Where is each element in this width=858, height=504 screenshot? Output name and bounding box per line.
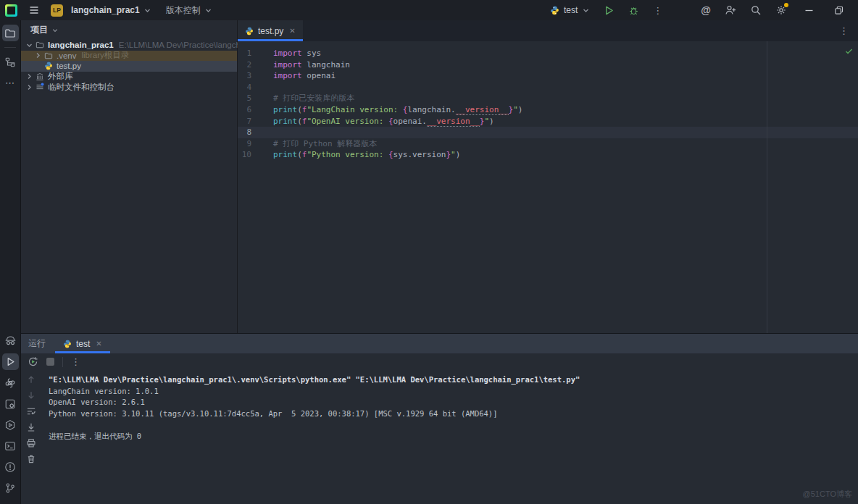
- project-name: langchain_prac1: [71, 5, 140, 15]
- close-icon[interactable]: ✕: [289, 27, 295, 35]
- ai-assistant-icon[interactable]: @: [701, 4, 711, 16]
- strip-divider: [4, 47, 16, 48]
- project-panel-title: 项目: [30, 24, 48, 36]
- console-output: "E:\LLM\LMA Dev\Practice\langchain_prac1…: [41, 370, 858, 504]
- incognito-tool-button[interactable]: [2, 332, 19, 349]
- tab-options-kebab[interactable]: ⋮: [839, 26, 858, 35]
- python-icon: [43, 62, 54, 70]
- tree-label: 外部库: [48, 71, 73, 82]
- minimize-button[interactable]: [801, 2, 817, 18]
- toolbar-divider: [62, 357, 63, 367]
- run-tab-label: test: [76, 339, 90, 349]
- terminal-tool-button[interactable]: [2, 437, 19, 454]
- python-icon: [550, 6, 559, 15]
- prev-occurrence-icon[interactable]: [26, 374, 36, 385]
- main-menu-button[interactable]: [25, 1, 43, 19]
- run-options-kebab[interactable]: ⋮: [71, 357, 80, 366]
- tree-row-3[interactable]: 外部库: [21, 72, 237, 83]
- more-tool-windows-button[interactable]: ⋯: [2, 75, 19, 91]
- stop-button[interactable]: [46, 358, 54, 366]
- editor-tab-bar: test.py ✕ ⋮: [238, 20, 858, 41]
- soft-wrap-icon[interactable]: [26, 406, 36, 416]
- folder-icon: [43, 51, 54, 60]
- chevron-down-icon[interactable]: [25, 41, 34, 49]
- chevron-down-icon: [582, 7, 590, 14]
- run-panel-header: 运行 test ✕: [21, 334, 858, 353]
- inspections-ok-check-icon[interactable]: [844, 46, 854, 56]
- python-packages-tool-button[interactable]: [2, 374, 19, 391]
- pycharm-logo-icon: [5, 4, 17, 17]
- project-tool-button[interactable]: [2, 25, 19, 41]
- more-actions-kebab[interactable]: ⋮: [653, 6, 662, 15]
- tree-row-2[interactable]: test.py: [21, 61, 237, 72]
- tree-row-4[interactable]: 临时文件和控制台: [21, 82, 237, 93]
- tree-suffix: library根目录: [82, 50, 130, 61]
- run-tool-button[interactable]: [2, 353, 19, 370]
- tree-label: 临时文件和控制台: [48, 82, 114, 93]
- project-avatar[interactable]: LP: [51, 4, 63, 17]
- vcs-widget[interactable]: 版本控制: [166, 4, 212, 17]
- editor-area: test.py ✕ ⋮ 12345678910 import sysimport…: [238, 20, 858, 333]
- tool-window-strip: ⋯: [0, 20, 21, 504]
- titlebar: LP langchain_prac1 版本控制 test: [0, 0, 858, 20]
- chevron-down-icon: [143, 7, 151, 14]
- debug-button[interactable]: [628, 5, 639, 16]
- pycharm-window: LP langchain_prac1 版本控制 test: [0, 0, 858, 504]
- print-icon[interactable]: [26, 438, 36, 448]
- structure-tool-button[interactable]: [2, 54, 19, 70]
- scroll-to-end-icon[interactable]: [26, 422, 36, 432]
- tab-test-py[interactable]: test.py ✕: [238, 20, 303, 41]
- project-panel: 项目 langchain_prac1E:\LLM\LMA Dev\Practic…: [21, 20, 238, 333]
- code-editor[interactable]: 12345678910 import sysimport langchainim…: [238, 41, 858, 333]
- run-tool-window: 运行 test ✕ ⋮: [21, 333, 858, 504]
- services-tool-button[interactable]: [2, 395, 19, 412]
- project-tree: langchain_prac1E:\LLM\LMA Dev\Practice\l…: [21, 40, 237, 93]
- tab-label: test.py: [258, 26, 283, 36]
- chevron-right-icon[interactable]: [25, 83, 34, 91]
- code-lines: import sysimport langchainimport openai#…: [273, 41, 858, 333]
- run-panel-title: 运行: [21, 337, 55, 350]
- chevron-right-icon[interactable]: [33, 51, 43, 59]
- run-hexagon-tool-button[interactable]: [2, 416, 19, 433]
- close-icon[interactable]: ✕: [96, 340, 101, 348]
- chevron-down-icon: [51, 27, 59, 34]
- version-control-tool-button[interactable]: [2, 479, 19, 496]
- scratches-icon: [34, 83, 46, 91]
- watermark: @51CTO博客: [803, 489, 852, 500]
- tree-label: langchain_prac1: [48, 41, 114, 49]
- next-occurrence-icon[interactable]: [26, 390, 36, 400]
- tree-label: .venv: [57, 51, 77, 60]
- editor-gutter[interactable]: 12345678910: [238, 41, 273, 333]
- problems-tool-button[interactable]: [2, 458, 19, 475]
- run-button[interactable]: [604, 5, 615, 16]
- settings-notification-badge: [784, 3, 788, 7]
- tree-row-0[interactable]: langchain_prac1E:\LLM\LMA Dev\Practice\l…: [21, 40, 237, 51]
- python-icon: [63, 340, 72, 348]
- run-config-selector[interactable]: test: [550, 5, 590, 15]
- run-body: "E:\LLM\LMA Dev\Practice\langchain_prac1…: [21, 370, 858, 504]
- run-config-name: test: [564, 5, 578, 15]
- code-with-me-icon[interactable]: [725, 4, 736, 16]
- run-tab-test[interactable]: test ✕: [55, 334, 110, 353]
- run-toolbar: ⋮: [21, 353, 858, 370]
- folder-icon: [34, 41, 46, 49]
- tree-row-1[interactable]: .venvlibrary根目录: [21, 51, 237, 62]
- python-icon: [245, 27, 254, 35]
- library-icon: [34, 72, 46, 81]
- project-panel-header[interactable]: 项目: [21, 20, 237, 40]
- vcs-label: 版本控制: [166, 4, 201, 17]
- console-toolbar: [21, 370, 41, 504]
- chevron-right-icon[interactable]: [25, 72, 34, 80]
- tree-label: test.py: [57, 62, 81, 70]
- chevron-down-icon: [204, 7, 212, 14]
- clear-console-icon[interactable]: [26, 454, 36, 464]
- search-everywhere-icon[interactable]: [750, 4, 762, 16]
- rerun-button[interactable]: [28, 356, 38, 367]
- settings-gear-icon[interactable]: [775, 4, 787, 16]
- project-widget[interactable]: langchain_prac1: [71, 5, 151, 15]
- restore-button[interactable]: [830, 2, 846, 18]
